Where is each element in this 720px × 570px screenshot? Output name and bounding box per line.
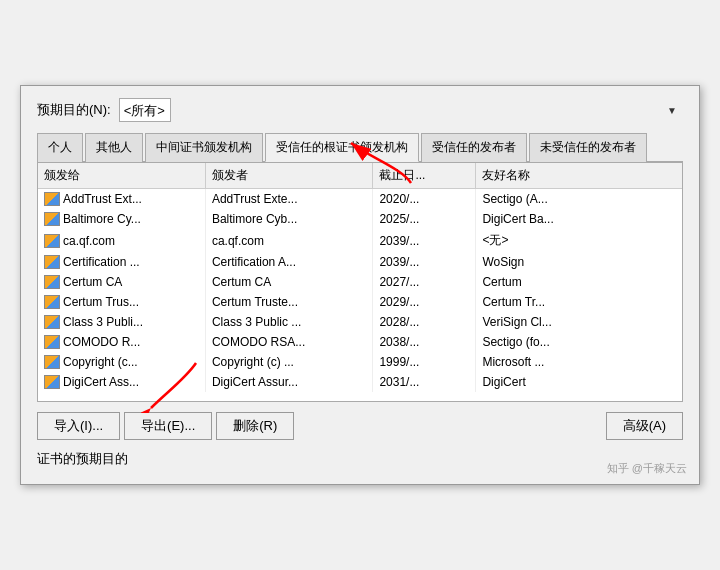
cell-issuer: ca.qf.com bbox=[205, 229, 372, 252]
cell-friendly-name: Certum bbox=[476, 272, 682, 292]
cell-friendly-name: Microsoft ... bbox=[476, 352, 682, 372]
cert-icon bbox=[44, 255, 60, 269]
button-row: 导入(I)... 导出(E)... 删除(R) 高级(A) bbox=[37, 412, 683, 440]
certificate-table-container[interactable]: 颁发给 颁发者 截止日... 友好名称 AddTrust Ext...AddTr… bbox=[37, 162, 683, 402]
cell-expiry: 2029/... bbox=[373, 292, 476, 312]
cell-friendly-name: VeriSign Cl... bbox=[476, 312, 682, 332]
table-row[interactable]: Copyright (c...Copyright (c) ...1999/...… bbox=[38, 352, 682, 372]
cell-friendly-name: DigiCert Ba... bbox=[476, 209, 682, 229]
export-button[interactable]: 导出(E)... bbox=[124, 412, 212, 440]
cell-issuer: DigiCert Assur... bbox=[205, 372, 372, 392]
delete-button[interactable]: 删除(R) bbox=[216, 412, 294, 440]
certificate-dialog: 预期目的(N): <所有> 个人 其他人 中间证书颁发机构 受信任的根证书颁发机… bbox=[20, 85, 700, 485]
cert-icon bbox=[44, 295, 60, 309]
cell-friendly-name: Sectigo (A... bbox=[476, 189, 682, 210]
cert-icon bbox=[44, 234, 60, 248]
tab-trusted-root[interactable]: 受信任的根证书颁发机构 bbox=[265, 133, 419, 162]
cell-expiry: 2027/... bbox=[373, 272, 476, 292]
certificate-table: 颁发给 颁发者 截止日... 友好名称 AddTrust Ext...AddTr… bbox=[38, 163, 682, 392]
table-row[interactable]: Certum CACertum CA2027/...Certum bbox=[38, 272, 682, 292]
cell-issued-to: DigiCert Ass... bbox=[38, 372, 205, 392]
tab-untrusted-publisher[interactable]: 未受信任的发布者 bbox=[529, 133, 647, 162]
cell-issued-to: Class 3 Publi... bbox=[38, 312, 205, 332]
table-row[interactable]: Certification ...Certification A...2039/… bbox=[38, 252, 682, 272]
cell-issuer: Certification A... bbox=[205, 252, 372, 272]
cell-issuer: Certum Truste... bbox=[205, 292, 372, 312]
cell-expiry: 2025/... bbox=[373, 209, 476, 229]
cell-friendly-name: WoSign bbox=[476, 252, 682, 272]
table-row[interactable]: ca.qf.comca.qf.com2039/...<无> bbox=[38, 229, 682, 252]
table-row[interactable]: AddTrust Ext...AddTrust Exte...2020/...S… bbox=[38, 189, 682, 210]
cell-issuer: AddTrust Exte... bbox=[205, 189, 372, 210]
table-row[interactable]: DigiCert Ass...DigiCert Assur...2031/...… bbox=[38, 372, 682, 392]
table-row[interactable]: Baltimore Cy...Baltimore Cyb...2025/...D… bbox=[38, 209, 682, 229]
cell-issuer: Class 3 Public ... bbox=[205, 312, 372, 332]
cell-issued-to: ca.qf.com bbox=[38, 229, 205, 252]
cell-issuer: Baltimore Cyb... bbox=[205, 209, 372, 229]
cell-expiry: 2028/... bbox=[373, 312, 476, 332]
table-row[interactable]: Certum Trus...Certum Truste...2029/...Ce… bbox=[38, 292, 682, 312]
cell-expiry: 2038/... bbox=[373, 332, 476, 352]
cell-issued-to: Baltimore Cy... bbox=[38, 209, 205, 229]
tabs-bar: 个人 其他人 中间证书颁发机构 受信任的根证书颁发机构 受信任的发布者 未受信任… bbox=[37, 132, 683, 162]
col-header-issuer[interactable]: 颁发者 bbox=[205, 163, 372, 189]
cert-icon bbox=[44, 335, 60, 349]
table-header-row: 颁发给 颁发者 截止日... 友好名称 bbox=[38, 163, 682, 189]
col-header-expiry[interactable]: 截止日... bbox=[373, 163, 476, 189]
advanced-button[interactable]: 高级(A) bbox=[606, 412, 683, 440]
cell-issuer: COMODO RSA... bbox=[205, 332, 372, 352]
cell-friendly-name: Sectigo (fo... bbox=[476, 332, 682, 352]
cell-issued-to: Certification ... bbox=[38, 252, 205, 272]
purpose-bar: 预期目的(N): <所有> bbox=[37, 98, 683, 122]
cell-issuer: Certum CA bbox=[205, 272, 372, 292]
cell-expiry: 2031/... bbox=[373, 372, 476, 392]
col-header-issued-to[interactable]: 颁发给 bbox=[38, 163, 205, 189]
cell-issued-to: COMODO R... bbox=[38, 332, 205, 352]
cell-issuer: Copyright (c) ... bbox=[205, 352, 372, 372]
bottom-label-text: 证书的预期目的 bbox=[37, 451, 128, 466]
purpose-select-wrapper: <所有> bbox=[119, 98, 683, 122]
cell-issued-to: Certum Trus... bbox=[38, 292, 205, 312]
purpose-select[interactable]: <所有> bbox=[119, 98, 171, 122]
import-button[interactable]: 导入(I)... bbox=[37, 412, 120, 440]
cell-friendly-name: Certum Tr... bbox=[476, 292, 682, 312]
cell-expiry: 2039/... bbox=[373, 229, 476, 252]
cell-friendly-name: <无> bbox=[476, 229, 682, 252]
col-header-friendly[interactable]: 友好名称 bbox=[476, 163, 682, 189]
bottom-label: 证书的预期目的 bbox=[37, 450, 683, 468]
purpose-label: 预期目的(N): bbox=[37, 101, 111, 119]
cell-expiry: 2020/... bbox=[373, 189, 476, 210]
tab-trusted-publisher[interactable]: 受信任的发布者 bbox=[421, 133, 527, 162]
cell-issued-to: AddTrust Ext... bbox=[38, 189, 205, 210]
cert-icon bbox=[44, 192, 60, 206]
cert-icon bbox=[44, 315, 60, 329]
tab-others[interactable]: 其他人 bbox=[85, 133, 143, 162]
cert-icon bbox=[44, 355, 60, 369]
table-row[interactable]: Class 3 Publi...Class 3 Public ...2028/.… bbox=[38, 312, 682, 332]
cell-issued-to: Certum CA bbox=[38, 272, 205, 292]
watermark: 知乎 @千稼天云 bbox=[607, 461, 687, 476]
cell-expiry: 1999/... bbox=[373, 352, 476, 372]
table-row[interactable]: COMODO R...COMODO RSA...2038/...Sectigo … bbox=[38, 332, 682, 352]
cert-icon bbox=[44, 375, 60, 389]
cert-icon bbox=[44, 275, 60, 289]
cell-friendly-name: DigiCert bbox=[476, 372, 682, 392]
cert-icon bbox=[44, 212, 60, 226]
tab-personal[interactable]: 个人 bbox=[37, 133, 83, 162]
tab-intermediate[interactable]: 中间证书颁发机构 bbox=[145, 133, 263, 162]
cell-expiry: 2039/... bbox=[373, 252, 476, 272]
cell-issued-to: Copyright (c... bbox=[38, 352, 205, 372]
